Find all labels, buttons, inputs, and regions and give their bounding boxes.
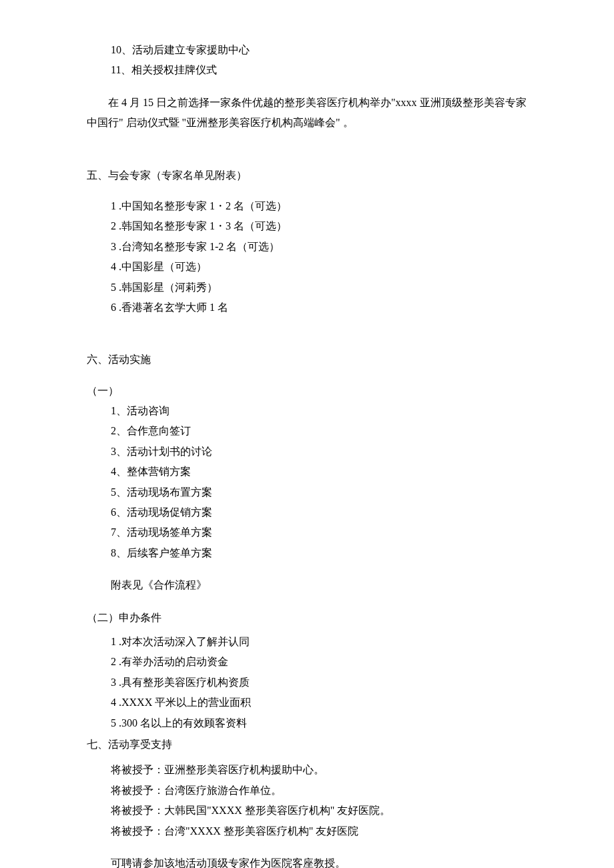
list-item: 5 .300 名以上的有效顾客资料 xyxy=(111,713,527,733)
list-item: 1 .对本次活动深入了解并认同 xyxy=(111,632,527,652)
list-item: 4 .XXXX 平米以上的营业面积 xyxy=(111,693,527,713)
list-item: 1、活动咨询 xyxy=(111,401,527,421)
list-item: 8、后续客户签单方案 xyxy=(111,543,527,563)
list-item: 3、活动计划书的讨论 xyxy=(111,442,527,462)
list-item: 4 .中国影星（可选） xyxy=(111,257,527,277)
section-5-title: 五、与会专家（专家名单见附表） xyxy=(87,165,527,185)
list-item: 5 .韩国影星（河莉秀） xyxy=(111,278,527,298)
list-item: 将被授予：台湾医疗旅游合作单位。 xyxy=(111,781,527,801)
intro-paragraph: 在 4 月 15 日之前选择一家条件优越的整形美容医疗机构举办"xxxx 亚洲顶… xyxy=(87,93,527,133)
list-item: 10、活动后建立专家援助中心 xyxy=(111,40,527,60)
list-item: 7、活动现场签单方案 xyxy=(111,522,527,542)
section-6-sub2-label: （二）申办条件 xyxy=(87,608,527,628)
closing-paragraph: 可聘请参加该地活动顶级专家作为医院客座教授。 xyxy=(87,853,527,868)
list-item: 3 .具有整形美容医疗机构资质 xyxy=(111,673,527,693)
list-item: 5、活动现场布置方案 xyxy=(111,482,527,502)
list-item: 2 .韩国知名整形专家 1・3 名（可选） xyxy=(111,216,527,236)
attach-note: 附表见《合作流程》 xyxy=(87,575,527,595)
list-item: 4、整体营销方案 xyxy=(111,462,527,482)
list-item: 6 .香港著名玄学大师 1 名 xyxy=(111,298,527,318)
list-item: 3 .台湾知名整形专家 1-2 名（可选） xyxy=(111,237,527,257)
list-item: 将被授予：大韩民国"XXXX 整形美容医疗机构" 友好医院。 xyxy=(111,801,527,821)
section-6-title: 六、活动实施 xyxy=(87,350,527,370)
list-item: 将被授予：亚洲整形美容医疗机构援助中心。 xyxy=(111,760,527,780)
list-item: 11、相关授权挂牌仪式 xyxy=(111,60,527,80)
section-6-sub1-label: （一） xyxy=(87,381,527,401)
list-item: 2 .有举办活动的启动资金 xyxy=(111,652,527,672)
list-item: 1 .中国知名整形专家 1・2 名（可选） xyxy=(111,196,527,216)
list-item: 将被授予：台湾"XXXX 整形美容医疗机构" 友好医院 xyxy=(111,821,527,841)
section-7-title: 七、活动享受支持 xyxy=(87,735,527,755)
list-item: 2、合作意向签订 xyxy=(111,421,527,441)
list-item: 6、活动现场促销方案 xyxy=(111,502,527,522)
